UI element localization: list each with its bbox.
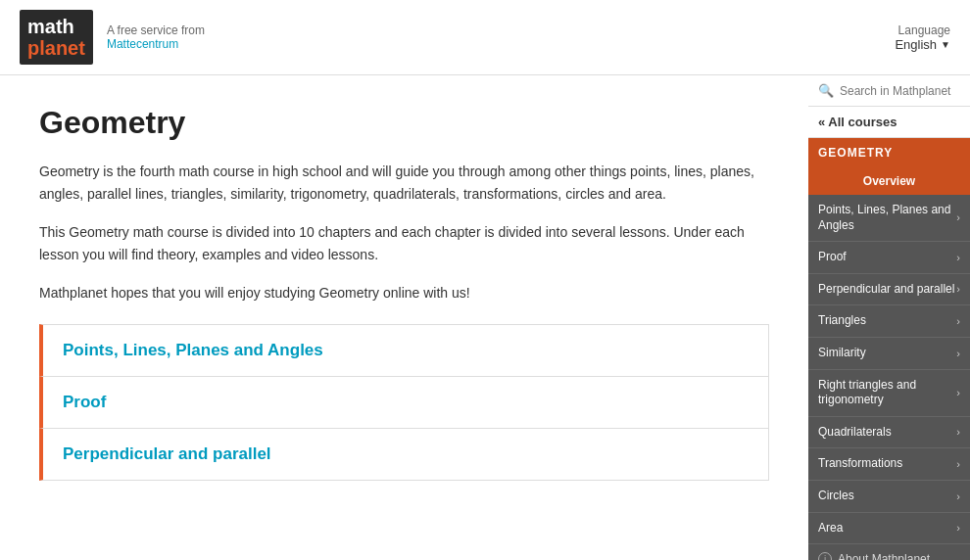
mattecentrum-link[interactable]: Mattecentrum	[107, 37, 205, 51]
sidebar-item-right-triangles[interactable]: Right triangles and trigonometry ›	[808, 370, 970, 417]
chapter-link-3[interactable]: Perpendicular and parallel	[63, 444, 271, 463]
chevron-right-icon: ›	[956, 251, 960, 264]
chapter-link-1[interactable]: Points, Lines, Planes and Angles	[63, 341, 323, 359]
search-input[interactable]	[840, 84, 960, 98]
chevron-right-icon: ›	[956, 490, 960, 503]
language-value: English	[895, 37, 937, 52]
logo[interactable]: math planet	[20, 10, 93, 65]
sidebar-item-area[interactable]: Area ›	[808, 513, 970, 545]
info-icon: i	[818, 552, 832, 560]
search-bar[interactable]: 🔍	[808, 75, 970, 107]
sidebar-item-circles[interactable]: Circles ›	[808, 481, 970, 513]
sidebar-item-proof[interactable]: Proof ›	[808, 242, 970, 274]
search-icon: 🔍	[818, 83, 834, 98]
sidebar-item-perpendicular[interactable]: Perpendicular and parallel ›	[808, 274, 970, 306]
chevron-right-icon: ›	[956, 282, 960, 296]
sidebar-item-transformations[interactable]: Transformations ›	[808, 448, 970, 481]
chapter-item[interactable]: Perpendicular and parallel	[39, 428, 769, 481]
all-courses-button[interactable]: « All courses	[808, 107, 970, 138]
chevron-right-icon: ›	[956, 425, 960, 439]
logo-planet: planet	[27, 37, 85, 59]
sidebar: 🔍 « All courses GEOMETRY Overview Points…	[808, 75, 970, 560]
chevron-right-icon: ›	[956, 314, 960, 328]
chevron-right-icon: ›	[956, 521, 960, 535]
page-title: Geometry	[39, 105, 769, 141]
chevron-down-icon: ▼	[941, 39, 950, 50]
tagline: A free service from Mattecentrum	[107, 23, 205, 51]
content-area: Geometry Geometry is the fourth math cou…	[0, 75, 808, 560]
main-layout: Geometry Geometry is the fourth math cou…	[0, 75, 970, 560]
sidebar-item-similarity[interactable]: Similarity ›	[808, 338, 970, 370]
intro-paragraph-3: Mathplanet hopes that you will enjoy stu…	[39, 282, 769, 304]
sidebar-overview[interactable]: Overview	[808, 167, 970, 195]
header: math planet A free service from Mattecen…	[0, 0, 970, 75]
chevron-right-icon: ›	[956, 386, 960, 399]
sidebar-item-quadrilaterals[interactable]: Quadrilaterals ›	[808, 417, 970, 449]
intro-paragraph-1: Geometry is the fourth math course in hi…	[39, 161, 769, 206]
chapter-link-2[interactable]: Proof	[63, 393, 106, 411]
chevron-right-icon: ›	[956, 457, 960, 471]
chapter-item[interactable]: Proof	[39, 376, 769, 428]
sidebar-item-points[interactable]: Points, Lines, Planes and Angles ›	[808, 195, 970, 242]
sidebar-section-title: GEOMETRY	[808, 138, 970, 167]
header-right: Language English ▼	[895, 23, 950, 52]
language-selector[interactable]: English ▼	[895, 37, 950, 52]
sidebar-item-triangles[interactable]: Triangles ›	[808, 305, 970, 338]
header-left: math planet A free service from Mattecen…	[20, 10, 205, 65]
intro-paragraph-2: This Geometry math course is divided int…	[39, 221, 769, 266]
chapter-item[interactable]: Points, Lines, Planes and Angles	[39, 324, 769, 376]
about-section[interactable]: i About Mathplanet	[808, 544, 970, 560]
chevron-right-icon: ›	[956, 347, 960, 360]
language-label: Language	[898, 23, 950, 37]
chapter-list: Points, Lines, Planes and Angles Proof P…	[39, 324, 769, 481]
logo-math: math	[27, 16, 85, 37]
chevron-right-icon: ›	[956, 210, 960, 224]
